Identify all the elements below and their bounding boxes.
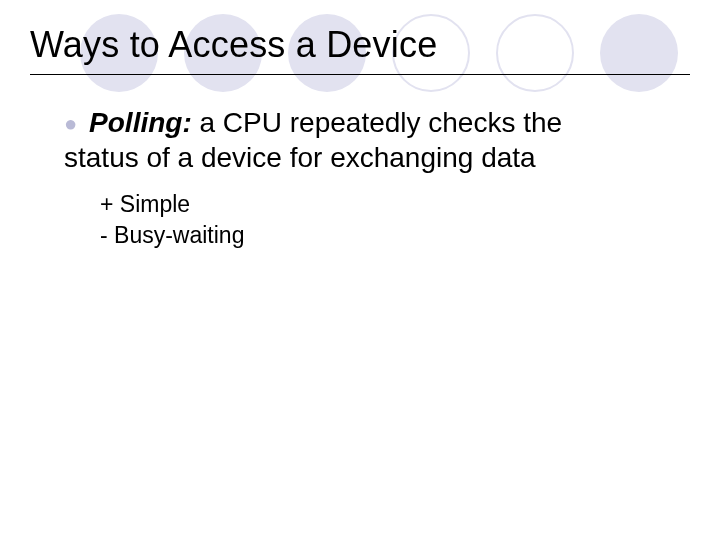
bullet-definition-part2: status of a device for exchanging data [64,142,536,173]
bullet-term: Polling: [89,107,192,138]
sub-item-pro: + Simple [100,189,670,220]
bullet-definition-part1: a CPU repeatedly checks the [192,107,562,138]
title-rule [30,74,690,75]
sub-list: + Simple - Busy-waiting [64,189,670,251]
bullet-item: ● Polling: a CPU repeatedly checks the s… [64,105,670,175]
slide-content: Ways to Access a Device ● Polling: a CPU… [0,0,720,251]
sub-item-con: - Busy-waiting [100,220,670,251]
slide-body: ● Polling: a CPU repeatedly checks the s… [30,105,690,251]
slide-title: Ways to Access a Device [30,24,690,66]
bullet-marker-icon: ● [64,111,77,136]
